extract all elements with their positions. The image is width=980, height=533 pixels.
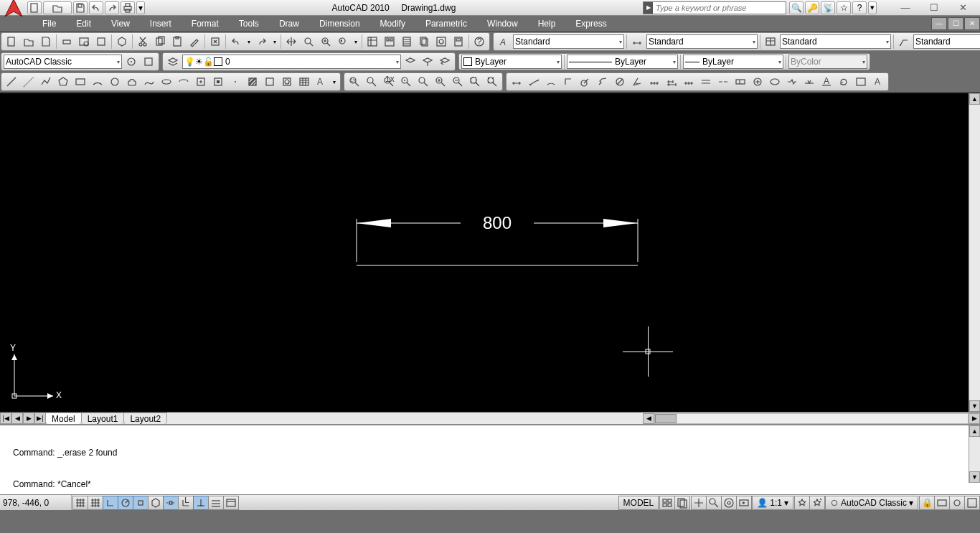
polygon-icon[interactable] (55, 74, 71, 90)
help-button[interactable]: ? (852, 1, 867, 14)
favorites-button[interactable]: ☆ (837, 1, 851, 14)
textstyle-icon[interactable]: A (496, 34, 512, 49)
region-icon[interactable] (279, 74, 295, 90)
quickview-layouts[interactable] (659, 496, 675, 510)
menu-parametric[interactable]: Parametric (415, 16, 477, 31)
minimize-button[interactable]: — (891, 1, 920, 14)
mtext-flyout[interactable]: ▾ (331, 74, 338, 90)
maximize-button[interactable]: ☐ (920, 1, 948, 14)
dim-break-icon[interactable] (715, 74, 731, 90)
isolate-objects[interactable] (949, 496, 965, 510)
menu-window[interactable]: Window (477, 16, 528, 31)
layer-states-icon[interactable] (402, 54, 418, 70)
save-icon[interactable] (38, 34, 54, 49)
menu-help[interactable]: Help (528, 16, 566, 31)
coordinates-display[interactable]: 978, -446, 0 (0, 495, 72, 510)
menu-tools[interactable]: Tools (229, 16, 269, 31)
mdi-minimize[interactable]: — (931, 17, 947, 30)
dyn-toggle[interactable] (193, 496, 209, 510)
zoom-scale-icon[interactable]: 1x (381, 74, 397, 90)
annovis-toggle[interactable] (794, 496, 810, 510)
plot-icon[interactable] (59, 34, 75, 49)
dim-aligned-icon[interactable] (526, 74, 542, 90)
blockeditor-icon[interactable] (207, 34, 223, 49)
cut-icon[interactable] (135, 34, 151, 49)
cmd-vscroll[interactable]: ▲ ▼ (969, 425, 980, 483)
cleanscreen-toggle[interactable] (964, 496, 980, 510)
gradient-icon[interactable] (262, 74, 278, 90)
redo-dropdown[interactable]: ▾ (271, 34, 278, 49)
scroll-down[interactable]: ▼ (969, 471, 980, 483)
markup-icon[interactable] (433, 34, 449, 49)
grid-toggle[interactable] (88, 496, 103, 510)
layer-previous-icon[interactable] (437, 54, 453, 70)
dimedit-icon[interactable] (801, 74, 817, 90)
qp-toggle[interactable] (223, 496, 239, 510)
layer-properties-icon[interactable] (165, 54, 181, 70)
quickdim-icon[interactable] (646, 74, 662, 90)
showmotion-status[interactable] (736, 496, 752, 510)
rectangle-icon[interactable] (72, 74, 88, 90)
scroll-left[interactable]: ◀ (643, 413, 654, 424)
menu-file[interactable]: File (32, 16, 66, 31)
ellipse-icon[interactable] (159, 74, 174, 90)
workspace-status[interactable]: AutoCAD Classic▾ (825, 496, 918, 510)
comm-center-button[interactable]: 📡 (821, 1, 835, 14)
zoom-center-icon[interactable] (398, 74, 414, 90)
qnew-icon[interactable] (4, 34, 19, 49)
mdi-restore[interactable]: ☐ (948, 17, 963, 30)
tablestyle-icon[interactable] (763, 34, 778, 49)
drawing-area[interactable]: 800 X Y ▲ ▼ (0, 92, 980, 412)
menu-express[interactable]: Express (565, 16, 616, 31)
hardware-accel[interactable] (934, 496, 950, 510)
search-input[interactable] (653, 2, 786, 14)
dim-ordinate-icon[interactable] (560, 74, 576, 90)
app-logo[interactable] (3, 0, 24, 19)
linetype-dropdown[interactable]: ByLayer▾ (567, 55, 678, 69)
zoom-extents-icon[interactable] (484, 74, 500, 90)
pan-status[interactable] (691, 496, 707, 510)
dim-arc-icon[interactable] (543, 74, 559, 90)
mleaderstyle-icon[interactable] (896, 34, 912, 49)
pasteclip-icon[interactable] (169, 34, 185, 49)
print-button[interactable] (121, 1, 135, 14)
annoscale-display[interactable]: 👤1:1▾ (752, 496, 793, 510)
qnew-button[interactable] (27, 1, 42, 14)
toolpalettes-icon[interactable] (399, 34, 415, 49)
dim-linear-icon[interactable] (509, 74, 524, 90)
xline-icon[interactable] (21, 74, 37, 90)
save-button[interactable] (73, 1, 88, 14)
3dosnap-toggle[interactable] (148, 496, 164, 510)
open-icon[interactable] (21, 34, 37, 49)
scroll-up[interactable]: ▲ (969, 425, 980, 437)
lineweight-dropdown[interactable]: ByLayer▾ (683, 55, 783, 69)
undo-icon[interactable] (228, 34, 244, 49)
dim-diameter-icon[interactable] (612, 74, 628, 90)
close-button[interactable]: ✕ (948, 1, 977, 14)
zoom-object-icon[interactable] (415, 74, 431, 90)
otrack-toggle[interactable] (163, 496, 179, 510)
toolbar-lock[interactable]: 🔒 (919, 496, 935, 510)
jog-line-icon[interactable] (784, 74, 800, 90)
menu-modify[interactable]: Modify (370, 16, 415, 31)
zoom-window-icon[interactable] (318, 34, 334, 49)
zoom-in-icon[interactable] (433, 74, 448, 90)
osnap-toggle[interactable] (133, 496, 149, 510)
mdi-close[interactable]: ✕ (964, 17, 980, 30)
insert-block-icon[interactable] (193, 74, 209, 90)
matchprop-icon[interactable] (187, 34, 202, 49)
subscription-button[interactable]: 🔑 (805, 1, 819, 14)
zoom-dynamic-icon[interactable] (364, 74, 380, 90)
make-block-icon[interactable] (210, 74, 226, 90)
dimstyle-dropdown[interactable]: Standard▾ (646, 34, 758, 49)
tab-nav-prev[interactable]: ◀ (11, 412, 23, 424)
annoauto-toggle[interactable] (809, 496, 825, 510)
zoom-status[interactable] (706, 496, 722, 510)
copyclip-icon[interactable] (152, 34, 168, 49)
zoom-flyout[interactable]: ▾ (352, 34, 359, 49)
qat-dropdown[interactable]: ▾ (136, 1, 145, 14)
menu-insert[interactable]: Insert (140, 16, 182, 31)
sheetset-icon[interactable] (416, 34, 432, 49)
menu-draw[interactable]: Draw (269, 16, 309, 31)
3ddwf-icon[interactable] (114, 34, 130, 49)
